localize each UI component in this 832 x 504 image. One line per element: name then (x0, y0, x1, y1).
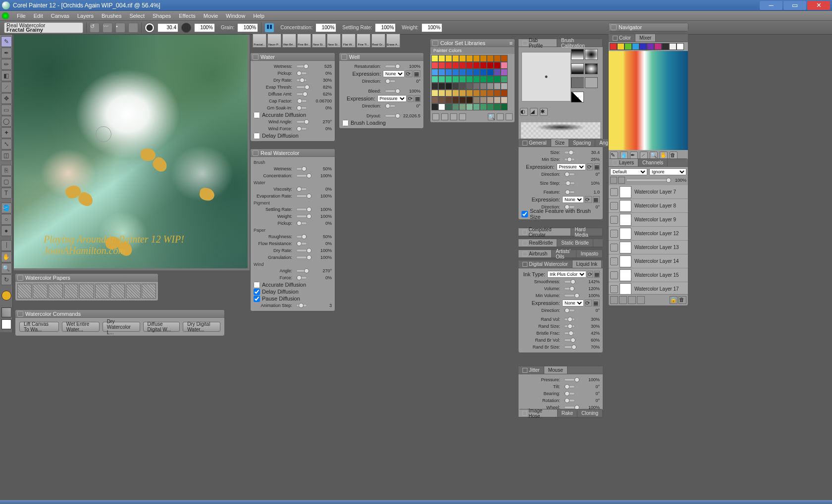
slider[interactable] (296, 72, 307, 75)
clone-tool[interactable]: ⎘ (1, 165, 12, 176)
brush-variant-shortcut[interactable]: Real Gr... (371, 34, 385, 48)
concentration-input[interactable] (315, 23, 336, 32)
color-swatch[interactable] (480, 97, 487, 103)
tab-spacing[interactable]: Spacing (569, 139, 595, 147)
color-swatch[interactable] (445, 90, 452, 97)
mixer-color-swatch[interactable] (610, 43, 617, 50)
color-swatch[interactable] (452, 83, 459, 90)
color-swatch[interactable] (466, 83, 473, 90)
paper-swatch[interactable] (33, 284, 47, 299)
tab-artists-oils[interactable]: Artists' Oils (552, 250, 576, 257)
visibility-icon[interactable] (610, 230, 618, 238)
menu-canvas[interactable]: Canvas (47, 13, 73, 19)
pen-tool[interactable]: ✒ (1, 48, 12, 58)
color-swatch[interactable] (452, 55, 459, 62)
dab-shape-icon[interactable]: ◐ (520, 108, 528, 116)
eraser-tool[interactable]: ◧ (1, 70, 12, 81)
color-swatch[interactable] (494, 83, 501, 90)
brush-tool[interactable]: ✎ (1, 36, 12, 47)
profile-type-icon[interactable] (585, 49, 598, 60)
layer-row[interactable]: Watercolor Layer 15 (609, 268, 688, 282)
color-swatch[interactable] (431, 90, 438, 97)
panel-menu-icon[interactable] (522, 411, 527, 416)
color-swatch[interactable] (494, 103, 501, 110)
color-swatch[interactable] (466, 62, 473, 69)
checkbox[interactable] (254, 133, 260, 139)
color-swatch[interactable] (473, 83, 480, 90)
color-swatch[interactable] (459, 55, 466, 62)
color-swatch[interactable] (494, 97, 501, 103)
mixer-pad[interactable] (609, 51, 688, 150)
panel-menu-icon[interactable] (17, 275, 23, 281)
tab-digital-watercolor[interactable]: Digital Watercolor (519, 260, 572, 268)
checkbox[interactable] (342, 120, 349, 126)
panel-menu-icon[interactable] (253, 54, 259, 60)
color-swatch[interactable] (494, 62, 501, 69)
color-swatch[interactable] (487, 76, 494, 83)
tab-mixer[interactable]: Mixer (635, 34, 656, 42)
brush-variant-shortcut[interactable]: Neon P... (267, 34, 281, 48)
color-swatch[interactable] (501, 83, 508, 90)
menu-brushes[interactable]: Brushes (98, 13, 125, 19)
paper-swatch[interactable] (64, 284, 78, 299)
slider[interactable] (564, 287, 575, 290)
swatch-btn[interactable] (497, 113, 504, 120)
tab-dab-profile[interactable]: Dab Profile (519, 39, 557, 47)
document-canvas[interactable]: Playing Around in Painter 12 WIP! JoanAH… (14, 35, 248, 268)
brush-variant-shortcut[interactable]: Fine Ti... (357, 34, 370, 48)
mixer-color-swatch[interactable] (669, 43, 676, 50)
expression-select[interactable]: None (383, 70, 405, 77)
slider[interactable] (296, 120, 307, 123)
slider[interactable] (564, 378, 575, 381)
tab-brush-calibration[interactable]: Brush Calibration (557, 39, 603, 47)
brush-variant-shortcut[interactable]: Wet Bri... (282, 34, 296, 48)
tab-static-bristle[interactable]: Static Bristle (557, 239, 593, 247)
paper-swatch[interactable] (126, 284, 140, 299)
tab-realbristle[interactable]: RealBristle (519, 239, 557, 247)
command-button[interactable]: Dry Watercolor L... (103, 322, 140, 332)
layer-row[interactable]: Watercolor Layer 14 (609, 254, 688, 268)
visibility-icon[interactable] (610, 271, 618, 279)
reset-tool-icon[interactable]: ↺ (90, 23, 100, 33)
tab-mouse[interactable]: Mouse (544, 366, 568, 374)
sel-icon[interactable]: ▦ (415, 95, 420, 102)
color-swatch[interactable] (466, 97, 473, 103)
brush-variant-shortcut[interactable]: New Si... (327, 34, 341, 48)
color-swatch[interactable] (473, 103, 480, 110)
brush-variant-shortcut[interactable]: New Si... (312, 34, 326, 48)
slider[interactable] (564, 280, 575, 283)
paper-swatch[interactable] (79, 284, 94, 299)
size-preview-icon[interactable] (145, 23, 155, 33)
slider[interactable] (296, 195, 307, 198)
menu-effects[interactable]: Effects (175, 13, 199, 19)
color-swatch[interactable] (431, 83, 438, 90)
slider[interactable] (296, 304, 307, 307)
tab-size[interactable]: Size (551, 139, 569, 147)
profile-type-icon[interactable] (571, 63, 584, 74)
mixer-color-swatch[interactable] (647, 43, 654, 50)
slider[interactable] (296, 127, 307, 130)
slider[interactable] (296, 215, 307, 218)
color-swatch[interactable] (452, 76, 459, 83)
slider[interactable] (296, 86, 307, 89)
brush-variant-shortcut[interactable]: Fine Bri... (297, 34, 311, 48)
tab-channels[interactable]: Channels (638, 159, 668, 166)
panel-menu-icon[interactable] (341, 54, 347, 60)
slider[interactable] (296, 242, 307, 245)
slider[interactable] (296, 276, 307, 279)
expression-select[interactable]: None (562, 300, 584, 306)
visibility-icon[interactable] (610, 216, 618, 224)
pause-diffusion-icon[interactable]: ▮▮ (264, 23, 274, 33)
mixer-color-swatch[interactable] (676, 43, 684, 50)
expression-select[interactable]: None (562, 196, 584, 203)
brush-variant-shortcut[interactable]: Fractal... (253, 34, 266, 48)
panel-menu-icon[interactable] (613, 160, 618, 165)
close-button[interactable]: ✕ (807, 1, 830, 10)
color-swatch[interactable] (480, 62, 487, 69)
visibility-icon[interactable] (610, 257, 618, 265)
layer-row[interactable]: Watercolor Layer 17 (609, 282, 688, 294)
dab-shape-icon[interactable]: ◢ (530, 108, 538, 116)
hand-tool[interactable]: ✋ (1, 252, 12, 262)
slider[interactable] (564, 332, 575, 335)
brush-variant-shortcut[interactable]: Erase A... (386, 34, 400, 48)
